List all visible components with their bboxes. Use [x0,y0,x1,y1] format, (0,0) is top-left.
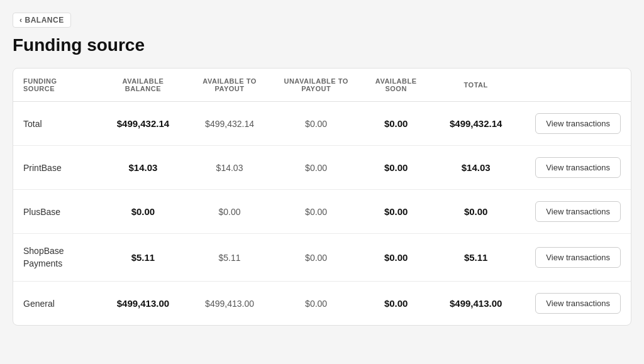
view-transactions-button-4[interactable]: View transactions [535,293,621,314]
table-row: General $499,413.00 $499,413.00 $0.00 $0… [13,282,631,326]
cell-available-soon-0: $0.00 [359,102,432,146]
table-row: Total $499,432.14 $499,432.14 $0.00 $0.0… [13,102,631,146]
cell-unavailable-to-payout-4: $0.00 [273,282,360,326]
cell-available-soon-2: $0.00 [359,190,432,234]
header-available-soon: AVAILABLE SOON [359,69,432,102]
cell-available-to-payout-1: $14.03 [186,146,273,190]
cell-action-4: View transactions [519,282,631,326]
cell-available-soon-1: $0.00 [359,146,432,190]
back-link[interactable]: ‹ BALANCE [13,13,71,28]
cell-total-2: $0.00 [433,190,519,234]
table-row: PlusBase $0.00 $0.00 $0.00 $0.00 $0.00 V… [13,190,631,234]
cell-available-balance-1: $14.03 [100,146,187,190]
cell-available-to-payout-2: $0.00 [186,190,273,234]
table-row: PrintBase $14.03 $14.03 $0.00 $0.00 $14.… [13,146,631,190]
cell-available-to-payout-3: $5.11 [186,234,273,282]
cell-unavailable-to-payout-3: $0.00 [273,234,360,282]
cell-action-0: View transactions [519,102,631,146]
cell-available-soon-3: $0.00 [359,234,432,282]
funding-source-card: FUNDING SOURCE AVAILABLE BALANCE AVAILAB… [13,68,631,326]
view-transactions-button-1[interactable]: View transactions [535,157,621,178]
cell-unavailable-to-payout-2: $0.00 [273,190,360,234]
cell-available-balance-2: $0.00 [100,190,187,234]
page-title: Funding source [13,35,631,55]
cell-unavailable-to-payout-1: $0.00 [273,146,360,190]
header-unavailable-to-payout: UNAVAILABLE TO PAYOUT [273,69,360,102]
cell-action-1: View transactions [519,146,631,190]
cell-available-to-payout-4: $499,413.00 [186,282,273,326]
cell-total-3: $5.11 [433,234,519,282]
header-available-to-payout: AVAILABLE TO PAYOUT [186,69,273,102]
cell-available-soon-4: $0.00 [359,282,432,326]
cell-available-to-payout-0: $499,432.14 [186,102,273,146]
cell-action-3: View transactions [519,234,631,282]
cell-action-2: View transactions [519,190,631,234]
cell-available-balance-4: $499,413.00 [100,282,187,326]
cell-available-balance-0: $499,432.14 [100,102,187,146]
cell-unavailable-to-payout-0: $0.00 [273,102,360,146]
header-action [519,69,631,102]
cell-source-0: Total [13,102,100,146]
chevron-left-icon: ‹ [19,16,23,25]
cell-total-0: $499,432.14 [433,102,519,146]
breadcrumb-label: BALANCE [25,16,64,25]
table-header-row: FUNDING SOURCE AVAILABLE BALANCE AVAILAB… [13,69,631,102]
header-available-balance: AVAILABLE BALANCE [100,69,187,102]
cell-source-2: PlusBase [13,190,100,234]
header-source: FUNDING SOURCE [13,69,100,102]
table-row: ShopBasePayments $5.11 $5.11 $0.00 $0.00… [13,234,631,282]
cell-available-balance-3: $5.11 [100,234,187,282]
cell-total-4: $499,413.00 [433,282,519,326]
cell-total-1: $14.03 [433,146,519,190]
view-transactions-button-3[interactable]: View transactions [535,247,621,268]
funding-source-table: FUNDING SOURCE AVAILABLE BALANCE AVAILAB… [13,69,631,325]
header-total: TOTAL [433,69,519,102]
view-transactions-button-2[interactable]: View transactions [535,201,621,222]
cell-source-3: ShopBasePayments [13,234,100,282]
cell-source-1: PrintBase [13,146,100,190]
cell-source-4: General [13,282,100,326]
view-transactions-button-0[interactable]: View transactions [535,113,621,134]
